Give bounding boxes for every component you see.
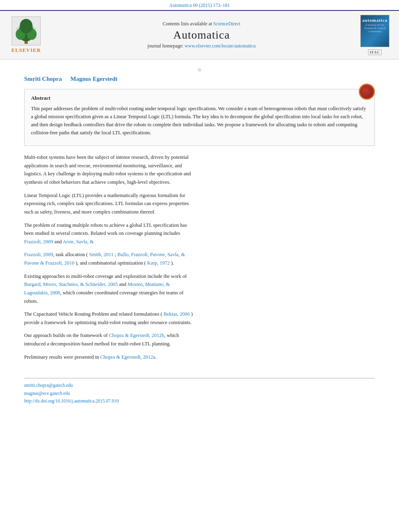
ref-pavone-frazzoli[interactable]: Pavone & Frazzoli, 2010 (24, 260, 74, 266)
abstract-title: Abstract (31, 94, 368, 102)
thumb-subtitle: A Journal for the Systems & Control Comm… (362, 23, 387, 33)
journal-header: ELSEVIER Contents lists available at Sci… (0, 11, 399, 60)
ref-frazzoli-2009[interactable]: Frazzoli, 2009 (24, 239, 53, 244)
elsevier-logo: ELSEVIER (8, 15, 44, 55)
body-para-6: The Capacitated Vehicle Routing Problem … (24, 310, 195, 327)
article-body: Multi-robot systems have been the subjec… (24, 153, 375, 366)
email-egerstedt[interactable]: magnus@ece.gatech.edu (24, 390, 375, 398)
body-para-3: The problem of routing multiple robots t… (24, 221, 195, 246)
ref-bektas-2006[interactable]: Bektas, 2006 (164, 311, 190, 317)
abstract-box: Abstract This paper addresses the proble… (24, 89, 375, 146)
body-column-right (204, 153, 375, 366)
author-egerstedt[interactable]: Magnus Egerstedt (70, 76, 117, 82)
body-para-7: Our approach builds on the framework of … (24, 331, 195, 348)
ifac-badge: IFAC (368, 49, 381, 55)
ref-burgard-et-al[interactable]: Burgard, Moors, Stachniss, & Schneider, … (24, 281, 118, 287)
ref-karp-1972[interactable]: Karp, 1972 (147, 260, 170, 266)
journal-reference-bar: Automatica 60 (2015) 173–181 (0, 0, 399, 11)
ref-bullo-et-al[interactable]: Bullo, Frazzoli, Pavone, Savla, & (117, 252, 185, 257)
journal-ref-text: Automatica 60 (2015) 173–181 (169, 2, 230, 8)
authors-line: Smriti Chopra Magnus Egerstedt (24, 76, 375, 82)
read-indicator-icon (359, 84, 375, 100)
svg-point-4 (20, 19, 33, 33)
sciencedirect-link[interactable]: ScienceDirect (213, 21, 240, 27)
homepage-line: journal homepage: www.elsevier.com/locat… (147, 43, 255, 49)
body-para-4: Frazzoli, 2009, task allocation ( Smith,… (24, 251, 195, 267)
elsevier-brand: ELSEVIER (11, 47, 41, 53)
journal-thumbnail-area: automatica A Journal for the Systems & C… (359, 15, 391, 55)
body-para-1: Multi-robot systems have been the subjec… (24, 153, 195, 187)
elsevier-tree-image (12, 16, 41, 45)
body-para-2: Linear Temporal Logic (LTL) provides a m… (24, 191, 195, 216)
journal-cover-thumb: automatica A Journal for the Systems & C… (360, 15, 389, 47)
ref-chopra-egerstedt-2012a[interactable]: Chopra & Egerstedt, 2012a (100, 354, 155, 360)
body-para-8: Preliminary results were presented in Ch… (24, 353, 195, 362)
doi-link[interactable]: http://dx.doi.org/10.1016/j.automatica.2… (24, 397, 375, 405)
ref-arsie-savla[interactable]: Arsie, Savla, & (63, 239, 94, 244)
email-chopra[interactable]: smriti.chopra@gatech.edu (24, 382, 375, 390)
article-content: ☆ Smriti Chopra Magnus Egerstedt Abstrac… (0, 60, 399, 417)
journal-header-center: Contents lists available at ScienceDirec… (48, 15, 355, 55)
homepage-url[interactable]: www.elsevier.com/locate/automatica (185, 43, 255, 49)
ref-chopra-egerstedt-2012b[interactable]: Chopra & Egerstedt, 2012b (109, 333, 164, 338)
footnote-star: ☆ (24, 67, 375, 73)
body-column-left: Multi-robot systems have been the subjec… (24, 153, 195, 366)
thumb-title: automatica (362, 18, 388, 23)
contents-availability: Contents lists available at ScienceDirec… (162, 21, 240, 27)
body-para-5: Existing approaches to multi-robot cover… (24, 272, 195, 306)
abstract-text: This paper addresses the problem of mult… (31, 105, 368, 137)
ref-frazzoli-2009b[interactable]: Frazzoli, 2009 (24, 252, 53, 257)
journal-title: Automatica (173, 29, 230, 41)
author-chopra[interactable]: Smriti Chopra (24, 76, 62, 82)
ref-smith-2011[interactable]: Smith, 2011 (89, 252, 113, 257)
footnote-section: smriti.chopra@gatech.edu magnus@ece.gate… (24, 378, 375, 405)
